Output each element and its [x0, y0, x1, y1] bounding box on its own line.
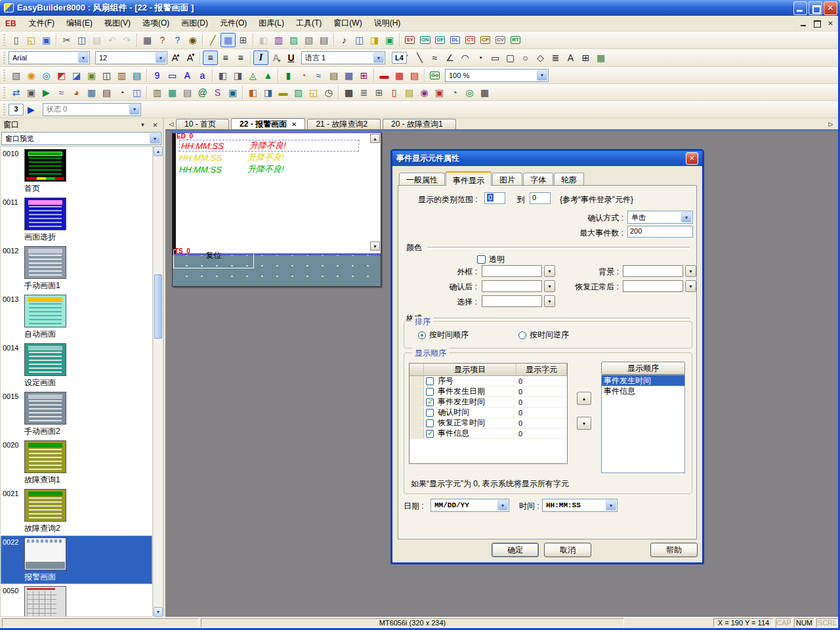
font-color-icon[interactable]: A▼: [268, 51, 284, 65]
menu-item[interactable]: 选项(O): [136, 16, 175, 31]
panel-close-icon[interactable]: [151, 121, 159, 129]
font-size-combo[interactable]: 12: [95, 51, 167, 64]
set-bit-icon[interactable]: ◩: [54, 68, 69, 83]
chevron-down-icon[interactable]: [606, 500, 616, 511]
print-icon[interactable]: ▦: [140, 33, 155, 47]
scheduler-icon[interactable]: ◔: [447, 85, 462, 100]
chevron-down-icon[interactable]: [685, 265, 696, 277]
polygon-icon[interactable]: ◇: [533, 51, 548, 65]
redraw-icon[interactable]: ▧: [9, 68, 24, 83]
window-preview-item[interactable]: 0021 故障查询2: [1, 487, 152, 536]
window-thumbnail[interactable]: [24, 586, 66, 617]
move-up-button[interactable]: [577, 392, 591, 405]
string-table-icon[interactable]: S: [210, 85, 225, 100]
chevron-down-icon[interactable]: [497, 500, 508, 511]
window-preview-item[interactable]: 0010 首页: [1, 147, 152, 196]
cut-icon[interactable]: ✂: [59, 33, 74, 47]
operation-log-icon[interactable]: ▤: [180, 85, 195, 100]
menu-item[interactable]: 元件(O): [214, 16, 253, 31]
redo-icon[interactable]: ↷: [119, 33, 135, 47]
qr-code-icon[interactable]: ▦: [341, 85, 356, 100]
display-chars-value[interactable]: 0: [514, 397, 567, 407]
radio-icon[interactable]: [518, 331, 526, 339]
plc-control-icon[interactable]: ▣: [432, 85, 447, 100]
dialog-tab[interactable]: 轮廓: [554, 173, 584, 185]
document-tab[interactable]: 22 - 报警画面 ✕: [231, 118, 305, 129]
close-button[interactable]: [824, 1, 837, 15]
decrease-font-icon[interactable]: A▼: [182, 51, 198, 65]
recipe-view-icon[interactable]: ▦: [165, 85, 180, 100]
chevron-down-icon[interactable]: [129, 104, 140, 115]
snap-icon[interactable]: ⊞: [236, 33, 251, 47]
window-preview-item[interactable]: 0011 画面选折: [1, 196, 152, 244]
attach-window-icon[interactable]: ◧: [256, 33, 271, 47]
window-thumbnail[interactable]: [24, 198, 66, 230]
design-canvas[interactable]: ED_0 HH:MM:SS 升降不良! HH:MM:SS 升降不良! HH:MM…: [172, 131, 381, 287]
mdi-minimize-button[interactable]: [799, 18, 810, 28]
set-word-icon[interactable]: ◪: [69, 68, 84, 83]
dynamic-scale-icon[interactable]: ≣: [356, 85, 371, 100]
row-selector[interactable]: [410, 376, 424, 386]
window-preview-item[interactable]: 0020 故障查询1: [1, 438, 152, 487]
separator[interactable]: [424, 69, 425, 82]
new-icon[interactable]: ▯: [9, 33, 24, 47]
csv-icon[interactable]: CV: [493, 33, 508, 47]
chevron-down-icon[interactable]: [78, 52, 89, 63]
separator[interactable]: [333, 33, 335, 47]
chevron-down-icon[interactable]: [681, 212, 692, 222]
undo-icon[interactable]: ↶: [104, 33, 119, 47]
checkbox[interactable]: [477, 255, 486, 264]
ascii-display-icon[interactable]: A: [180, 68, 195, 83]
menu-item[interactable]: 图库(L): [253, 16, 290, 31]
sound-library-icon[interactable]: ♪: [337, 33, 352, 47]
database-icon[interactable]: ▣: [225, 85, 240, 100]
category-to-input[interactable]: 0: [530, 192, 551, 204]
file-browser-icon[interactable]: ◱: [306, 85, 321, 100]
row-selector[interactable]: [410, 418, 424, 428]
bezier-icon[interactable]: ≈: [427, 51, 442, 65]
separator[interactable]: [399, 33, 400, 47]
window-thumbnail[interactable]: [24, 537, 66, 570]
align-right-icon[interactable]: ≡: [233, 51, 248, 65]
row-checkbox[interactable]: [426, 409, 434, 417]
menu-item[interactable]: 文件(F): [23, 16, 60, 31]
pie-chart-icon[interactable]: ◕: [69, 85, 84, 100]
menu-item[interactable]: 编辑(E): [60, 16, 98, 31]
note-pad-icon[interactable]: ▤: [402, 85, 417, 100]
chevron-down-icon[interactable]: [685, 280, 696, 292]
help-button[interactable]: 帮助: [650, 543, 698, 557]
ok-button[interactable]: 确定: [492, 543, 539, 557]
window-preview-item[interactable]: 0015 手动画面2: [1, 390, 152, 438]
arc-icon[interactable]: ◠: [457, 51, 472, 65]
separator[interactable]: [253, 33, 254, 47]
window-preview-combo[interactable]: 窗口预览: [1, 132, 161, 145]
window-preview-item[interactable]: 0013 自动画面: [1, 293, 152, 341]
polyline-icon[interactable]: ∠: [442, 51, 457, 65]
go-icon[interactable]: Go: [427, 68, 442, 83]
window-thumbnail[interactable]: [24, 343, 66, 376]
move-down-button[interactable]: [577, 417, 591, 430]
picture-manager-icon[interactable]: ▨: [286, 33, 301, 47]
function-key-icon[interactable]: ▣: [84, 68, 99, 83]
recipe-table-icon[interactable]: RT: [508, 33, 523, 47]
table-row[interactable]: 恢复正常时间 0: [410, 418, 567, 429]
mdi-close-button[interactable]: [825, 18, 836, 28]
media-player-icon[interactable]: ▶: [39, 85, 54, 100]
event-bar-icon[interactable]: ▬: [276, 85, 291, 100]
table-object-icon[interactable]: ⊞: [371, 85, 387, 100]
date-format-combo[interactable]: MM/DD/YY: [430, 499, 509, 512]
line-icon[interactable]: ╲: [412, 51, 427, 65]
dialog-tab[interactable]: 图片: [492, 173, 522, 185]
dialog-tab[interactable]: 一般属性: [399, 173, 445, 185]
document-tab[interactable]: 21 - 故障查询2: [307, 119, 381, 129]
toolbar-grip[interactable]: [3, 87, 5, 98]
group-library-icon[interactable]: ▤: [316, 33, 331, 47]
system-message-icon[interactable]: ▥: [150, 85, 165, 100]
restore-button[interactable]: [808, 1, 822, 15]
transparent-checkbox[interactable]: 透明: [477, 254, 505, 265]
window-thumbnail[interactable]: [24, 246, 66, 279]
display-chars-value[interactable]: 0: [514, 408, 567, 417]
menu-item[interactable]: 画图(D): [175, 16, 214, 31]
text-icon[interactable]: A: [563, 51, 578, 65]
table-row[interactable]: 事件发生日期 0: [410, 387, 567, 397]
